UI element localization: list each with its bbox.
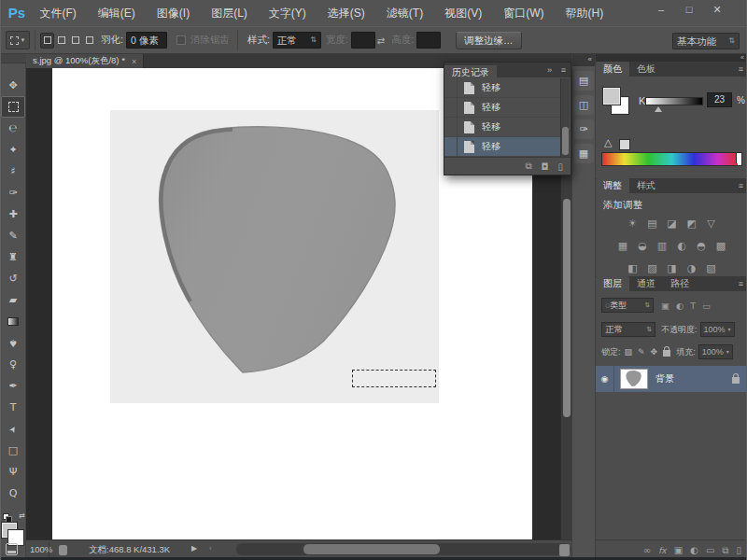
layer-filter-icon-3[interactable]: ▭ [702,301,711,311]
gradient-tool[interactable] [0,311,26,332]
brush-tool[interactable]: ✎ [0,225,26,246]
opacity-value[interactable]: 100%▾ [700,322,735,337]
tab-close-icon[interactable]: × [132,57,136,66]
scrollbar-corner-grip[interactable] [559,544,570,556]
history-step-1[interactable]: 轻移 [444,98,561,118]
adjustment-icon-2-3[interactable]: ◑ [684,262,698,274]
clone-stamp-tool[interactable]: ♜ [0,246,26,268]
color-spectrum-bar[interactable] [601,152,742,166]
lock-icon-2[interactable]: ✥ [651,347,658,357]
history-step-2[interactable]: 轻移 [444,118,561,137]
lock-icon-0[interactable]: ▨ [625,347,633,357]
panel-menu-icon[interactable]: ≡ [561,63,566,77]
new-document-from-state-icon[interactable]: ⧉ [525,161,531,172]
gamut-warning-icon[interactable]: △ [604,136,612,148]
layer-filter-icon-2[interactable]: T [690,301,696,311]
photoshop-logo[interactable]: Ps [5,3,29,23]
style-dropdown[interactable]: 正常⇅ [273,32,321,49]
k-value-input[interactable]: 23 [707,92,732,107]
crop-tool[interactable]: ♯ [0,161,26,182]
panel-menu-icon[interactable]: ≡ [739,276,743,291]
subtract-selection-button[interactable] [68,33,82,49]
adjustment-icon-1-4[interactable]: ◓ [695,240,709,252]
minimize-button[interactable]: – [654,0,669,21]
tab-adjustments[interactable]: 调整 [596,178,629,193]
tool-preset-picker[interactable]: ▼ [6,31,30,49]
intersect-selection-button[interactable] [82,33,96,49]
dock-collapse-header[interactable]: « [596,54,747,62]
adjustment-icon-1-0[interactable]: ▦ [616,240,630,252]
swap-width-height-icon[interactable]: ⇄ [377,35,385,46]
panel-expand-icon[interactable]: » [547,63,552,77]
menu-item-9[interactable]: 帮助(H) [555,0,614,26]
k-slider-thumb[interactable] [655,106,662,112]
tab-layers[interactable]: 图层 [596,276,629,291]
layer-visibility-eye-icon[interactable]: ◉ [596,366,614,392]
blend-mode-dropdown[interactable]: 正常⇅ [601,322,655,337]
menu-item-8[interactable]: 窗口(W) [493,0,555,26]
new-selection-button[interactable] [40,33,54,49]
menu-item-2[interactable]: 图像(I) [146,0,200,26]
move-tool[interactable]: ✥ [0,75,26,96]
menu-item-4[interactable]: 文字(Y) [258,0,317,26]
new-layer-icon[interactable]: ⧉ [722,545,728,556]
lasso-tool[interactable]: ℮ [0,118,26,139]
adjustment-icon-2-2[interactable]: ◨ [665,262,679,274]
document-tab[interactable]: s.jpg @ 100%(灰色/8) * × [26,54,144,68]
layer-filter-dropdown[interactable]: ◌类型⇅ [601,298,654,313]
rectangular-marquee-tool[interactable] [1,96,25,118]
dock-collapse-icon[interactable]: « [572,54,595,66]
gamut-color-swatch[interactable] [619,139,630,150]
fill-value[interactable]: 100%▾ [698,344,733,359]
menu-item-1[interactable]: 编辑(E) [87,0,146,26]
tab-swatches[interactable]: 色板 [629,62,663,77]
dock-panel-icon-1[interactable]: ▤ [574,71,594,91]
workspace-dropdown[interactable]: 基本功能⇅ [672,33,740,49]
lock-icon-1[interactable]: ✎ [638,347,645,357]
blur-tool[interactable]: ♠ [0,332,26,354]
new-snapshot-icon[interactable]: ◘ [542,161,549,172]
dock-panel-icon-4[interactable]: ▦ [574,144,594,163]
close-button[interactable]: ✕ [710,0,725,21]
layer-row-background[interactable]: ◉ 背景 [596,366,747,392]
dodge-tool[interactable]: ♀ [0,354,26,375]
delete-layer-icon[interactable]: ▯ [736,545,741,555]
screen-mode-button[interactable] [6,543,18,555]
status-more-icon[interactable]: ‹ [209,544,212,553]
feather-input[interactable]: 0 像素 [126,32,167,49]
refine-edge-button[interactable]: 调整边缘… [456,32,522,49]
history-source-cell[interactable] [444,137,458,157]
eyedropper-tool[interactable]: ✑ [0,182,26,203]
layer-group-icon[interactable]: ▭ [706,545,714,555]
layer-thumbnail[interactable] [620,369,648,389]
adjustment-icon-0-3[interactable]: ◩ [684,217,698,230]
menu-item-0[interactable]: 文件(F) [29,0,87,26]
adjustment-icon-2-4[interactable]: ▧ [704,262,718,274]
tab-styles[interactable]: 样式 [629,178,663,193]
status-play-icon[interactable]: ▶ [191,544,197,553]
link-layers-icon[interactable]: ∞ [643,545,651,555]
pen-tool[interactable]: ✒ [0,375,26,397]
dock-panel-icon-2[interactable]: ◫ [574,95,594,115]
panel-menu-icon[interactable]: ≡ [739,178,743,193]
path-selection-tool[interactable]: ➤ [0,418,26,440]
zoom-tool[interactable]: Q [0,483,26,504]
toolbar-grip[interactable] [0,54,26,63]
scrollbar-thumb[interactable] [563,199,571,417]
dock-panel-icon-3[interactable]: ✑ [574,119,594,139]
adjustment-icon-2-1[interactable]: ▨ [645,262,659,274]
adjustment-icon-0-1[interactable]: ▤ [645,217,659,230]
menu-item-3[interactable]: 图层(L) [201,0,259,26]
horizontal-scrollbar-thumb[interactable] [303,544,440,554]
history-source-cell[interactable] [444,118,458,137]
height-input[interactable] [416,32,441,49]
menu-item-5[interactable]: 选择(S) [317,0,375,26]
history-step-0[interactable]: 轻移 [444,78,561,98]
adjustment-icon-1-1[interactable]: ◒ [636,240,650,252]
swap-colors-icon[interactable]: ⇄ [19,511,25,520]
lock-all-icon[interactable] [663,350,670,357]
k-slider-track[interactable] [645,97,703,105]
layer-filter-icon-0[interactable]: ▣ [661,301,669,311]
history-source-cell[interactable] [444,78,458,98]
history-scrollbar-thumb[interactable] [562,127,569,155]
